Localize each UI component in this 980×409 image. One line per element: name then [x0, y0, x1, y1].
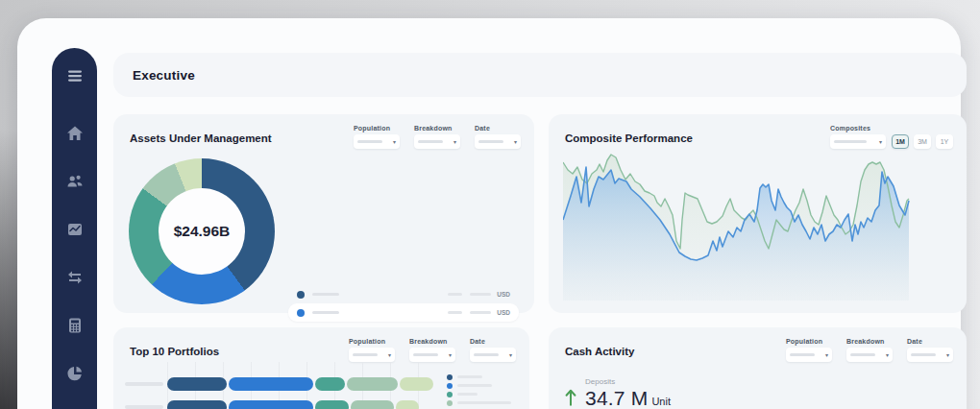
select-placeholder [474, 353, 499, 356]
home-icon[interactable] [64, 123, 86, 144]
menu-icon[interactable] [64, 65, 86, 86]
value-placeholder [448, 293, 462, 296]
select-placeholder [790, 353, 815, 356]
filter-breakdown: Breakdown ▾ [846, 338, 893, 362]
calculator-icon[interactable] [64, 315, 86, 336]
legend-label-placeholder [457, 375, 482, 378]
legend-dot [297, 291, 305, 299]
row-label-placeholder [125, 382, 163, 386]
filter-label: Date [470, 338, 516, 345]
allocation-pie-icon[interactable] [64, 363, 86, 384]
portfolios-filters: Population ▾ Breakdown ▾ Date ▾ [349, 338, 516, 362]
filter-label: Breakdown [414, 125, 460, 132]
select-placeholder [850, 353, 875, 356]
filter-label: Population [786, 338, 832, 345]
card-title: Top 10 Portfolios [130, 346, 219, 357]
range-button-1m[interactable]: 1M [892, 134, 909, 149]
filter-population: Population ▾ [349, 338, 395, 362]
population-select[interactable]: ▾ [354, 134, 400, 149]
bar-segment [351, 400, 394, 409]
composite-line-chart [563, 153, 911, 301]
chevron-down-icon: ▾ [886, 352, 889, 358]
page-header: Executive [113, 53, 967, 97]
aum-donut-chart: $24.96B [129, 158, 275, 304]
filter-composites: Composites ▾ [830, 125, 886, 149]
breakdown-select[interactable]: ▾ [409, 348, 455, 362]
currency-label: USD [497, 309, 510, 316]
select-placeholder [834, 140, 867, 143]
donut-hole: $24.96B [159, 188, 245, 275]
legend-dot [447, 383, 453, 389]
filter-breakdown: Breakdown ▾ [414, 125, 460, 149]
breakdown-select[interactable]: ▾ [846, 348, 893, 362]
legend-dot [447, 392, 453, 397]
deposits-unit: Unit [651, 396, 671, 407]
card-title: Assets Under Management [130, 132, 272, 144]
bar-segment [315, 377, 345, 391]
date-select[interactable]: ▾ [475, 134, 521, 149]
date-select[interactable]: ▾ [907, 348, 953, 362]
select-placeholder [478, 140, 503, 143]
select-placeholder [418, 140, 443, 143]
card-assets-under-management: Assets Under Management Population ▾ Bre… [113, 114, 534, 313]
legend-dot [447, 374, 453, 380]
arrow-up-icon [564, 388, 577, 407]
filter-date: Date ▾ [907, 338, 953, 362]
bar-segment [167, 377, 227, 391]
population-select[interactable]: ▾ [349, 348, 395, 362]
bar-segment [396, 400, 419, 409]
portfolios-legend [447, 374, 511, 409]
portfolios-legend-item [447, 392, 511, 397]
chevron-down-icon: ▾ [514, 139, 517, 145]
currency-label: USD [497, 291, 510, 298]
date-select[interactable]: ▾ [470, 348, 516, 362]
portfolios-legend-item [447, 383, 511, 388]
breakdown-select[interactable]: ▾ [414, 134, 460, 149]
aum-filters: Population ▾ Breakdown ▾ Date ▾ [354, 125, 521, 149]
bar-segment [167, 400, 227, 409]
value-placeholder [448, 311, 462, 314]
chevron-down-icon: ▾ [453, 139, 456, 145]
page-title: Executive [133, 68, 195, 83]
legend-dot [297, 309, 305, 317]
row-label-placeholder [125, 405, 163, 409]
chevron-down-icon: ▾ [509, 352, 512, 358]
time-range-buttons: 1M3M1Y [892, 134, 953, 149]
filter-label: Composites [830, 125, 886, 132]
deposits-label: Deposits [585, 377, 671, 386]
legend-label-placeholder [457, 384, 492, 387]
chevron-down-icon: ▾ [393, 139, 396, 145]
card-title: Composite Performance [565, 132, 693, 144]
performance-chart-icon[interactable] [64, 219, 86, 240]
card-composite-performance: Composite Performance Composites ▾ 1M3M1… [549, 114, 967, 313]
filter-label: Breakdown [846, 338, 893, 345]
filter-date: Date ▾ [475, 125, 521, 149]
chevron-down-icon: ▾ [449, 352, 452, 358]
filter-label: Date [907, 338, 953, 345]
aum-legend-row[interactable]: USD [288, 303, 519, 322]
blue-series-area [563, 167, 909, 301]
bar-segment [315, 400, 349, 409]
card-cash-activity: Cash Activity Population ▾ Breakdown ▾ D… [549, 327, 967, 409]
composites-select[interactable]: ▾ [830, 134, 886, 149]
clients-icon[interactable] [64, 171, 86, 192]
composite-controls: Composites ▾ 1M3M1Y [830, 125, 953, 149]
select-placeholder [357, 140, 382, 143]
select-placeholder [911, 353, 936, 356]
aum-total-value: $24.96B [174, 223, 231, 240]
value-placeholder [470, 311, 491, 314]
transfers-icon[interactable] [64, 267, 86, 288]
bar-segment [347, 377, 398, 391]
deposits-value: 34.7 M [585, 387, 648, 409]
range-button-3m[interactable]: 3M [914, 134, 931, 149]
filter-population: Population ▾ [354, 125, 400, 149]
filter-label: Population [349, 338, 395, 345]
population-select[interactable]: ▾ [786, 348, 832, 362]
aum-legend-row[interactable]: USD [288, 285, 519, 303]
select-placeholder [413, 353, 438, 356]
chevron-down-icon: ▾ [825, 352, 828, 358]
bar-segment [229, 400, 313, 409]
range-button-1y[interactable]: 1Y [936, 134, 953, 149]
bar-segment [229, 377, 313, 391]
filter-population: Population ▾ [786, 338, 832, 362]
